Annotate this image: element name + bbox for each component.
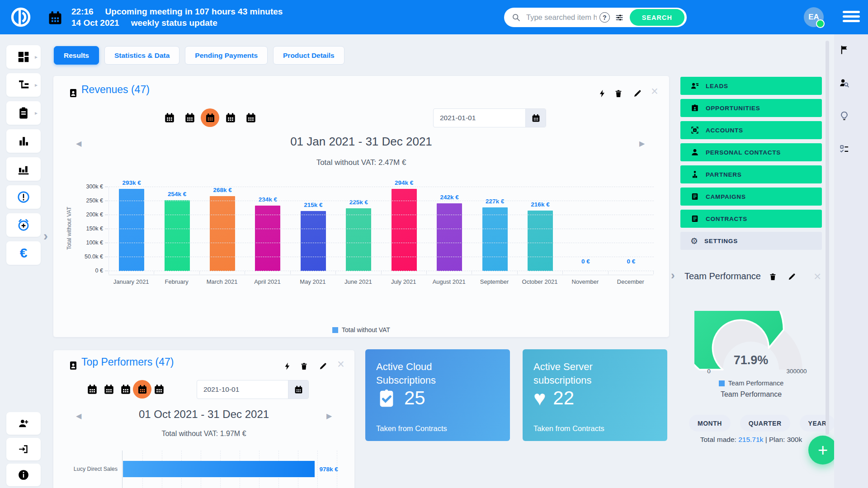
period-button-year[interactable]: YEAR bbox=[800, 415, 835, 432]
x-tick bbox=[562, 271, 563, 274]
hbar-Lucy Direct Sales[interactable] bbox=[123, 461, 315, 477]
period-button-month[interactable]: MONTH bbox=[689, 415, 731, 432]
y-tick-label: 300k € bbox=[65, 183, 103, 190]
date-value[interactable]: 2021-01-01 bbox=[434, 109, 525, 127]
period-button-quarter[interactable]: QUARTER bbox=[740, 415, 790, 432]
checklist-icon[interactable] bbox=[839, 144, 849, 154]
sidebar-item-tree[interactable]: ▸ bbox=[6, 73, 41, 97]
delete-widget-icon[interactable] bbox=[769, 272, 777, 281]
chart-axis bbox=[122, 450, 123, 488]
search-input[interactable] bbox=[525, 13, 598, 22]
close-widget-icon[interactable]: × bbox=[337, 360, 344, 369]
calendar-range-icon-2[interactable] bbox=[119, 383, 132, 395]
close-widget-icon[interactable]: × bbox=[651, 87, 658, 96]
calendar-range-icon-0[interactable] bbox=[163, 112, 175, 124]
bar-May 2021[interactable] bbox=[301, 211, 326, 271]
tab-results[interactable]: Results bbox=[54, 46, 99, 65]
date-value[interactable]: 2021-10-01 bbox=[197, 380, 288, 399]
calendar-range-icon-3[interactable] bbox=[133, 380, 151, 399]
calendar-range-icon-2[interactable] bbox=[201, 108, 219, 127]
x-tick-label: January 2021 bbox=[108, 278, 154, 285]
sidebar-item-exit[interactable] bbox=[6, 438, 41, 460]
filter-sliders-icon[interactable] bbox=[614, 13, 624, 23]
bar-June 2021[interactable] bbox=[346, 208, 371, 272]
menu-item-personal-contacts[interactable]: PERSONAL CONTACTS bbox=[680, 143, 822, 161]
bar-September[interactable] bbox=[482, 207, 508, 271]
menu-item-accounts[interactable]: ACCOUNTS bbox=[680, 121, 822, 139]
calendar-range-icon-3[interactable] bbox=[224, 112, 236, 124]
menu-item-opportunities[interactable]: OPPORTUNITIES bbox=[680, 99, 822, 117]
bar-slot: 234k € bbox=[245, 187, 290, 271]
edit-widget-icon[interactable] bbox=[319, 362, 327, 371]
bar-slot: 294k € bbox=[382, 187, 427, 271]
sidebar-item-info[interactable] bbox=[6, 464, 41, 486]
bar-March 2021[interactable] bbox=[210, 196, 235, 271]
sidebar-item-chart-bars[interactable] bbox=[6, 129, 41, 153]
add-button[interactable]: + bbox=[808, 436, 837, 465]
bar-August 2021[interactable] bbox=[437, 203, 462, 271]
delete-widget-icon[interactable] bbox=[614, 89, 623, 98]
calendar-icon[interactable] bbox=[288, 380, 308, 399]
delete-widget-icon[interactable] bbox=[300, 362, 308, 371]
gauge-percent: 71.9% bbox=[694, 353, 807, 367]
x-tick-label: May 2021 bbox=[290, 278, 335, 285]
quick-action-bolt-icon[interactable] bbox=[283, 362, 292, 371]
tab-product-details[interactable]: Product Details bbox=[273, 46, 344, 65]
bar-January 2021[interactable] bbox=[119, 189, 144, 271]
stat-card-1[interactable]: Active Server subscriptions ♥22 Taken fr… bbox=[523, 349, 667, 441]
menu-item-partners[interactable]: PARTNERS bbox=[680, 165, 822, 183]
legend-label: Total without VAT bbox=[342, 326, 390, 333]
menu-item-label: OPPORTUNITIES bbox=[706, 105, 760, 112]
sidebar-item-euro[interactable]: € bbox=[6, 241, 41, 265]
total-made-value[interactable]: 215.71k bbox=[738, 436, 763, 443]
edit-widget-icon[interactable] bbox=[788, 272, 796, 281]
menu-icon[interactable] bbox=[843, 11, 860, 24]
bar-October 2021[interactable] bbox=[528, 211, 553, 271]
sidebar-item-person-add[interactable] bbox=[6, 412, 41, 435]
sidebar-item-histogram[interactable] bbox=[6, 157, 41, 181]
x-tick bbox=[108, 271, 109, 274]
menu-item-leads[interactable]: LEADS bbox=[680, 77, 822, 95]
euro-icon: € bbox=[20, 245, 28, 261]
x-tick bbox=[653, 271, 654, 274]
help-icon[interactable]: ? bbox=[599, 12, 610, 23]
x-tick-label: February bbox=[154, 278, 199, 285]
calendar-icon[interactable] bbox=[525, 109, 546, 127]
menu-item-label: CAMPAIGNS bbox=[706, 193, 746, 200]
tab-statistics-data[interactable]: Statistics & Data bbox=[104, 46, 179, 65]
calendar-icon[interactable] bbox=[47, 10, 63, 26]
sidebar-item-clipboard[interactable]: ▸ bbox=[6, 101, 41, 125]
sidebar-item-grid[interactable]: ▸ bbox=[6, 45, 41, 69]
edit-widget-icon[interactable] bbox=[633, 89, 642, 98]
menu-item-campaigns[interactable]: CAMPAIGNS bbox=[680, 188, 822, 206]
avatar[interactable]: EA bbox=[804, 7, 824, 27]
bulb-icon[interactable] bbox=[839, 111, 849, 121]
sidebar-item-alarm-plus[interactable] bbox=[6, 213, 41, 237]
calendar-range-icon-4[interactable] bbox=[153, 383, 165, 395]
bar-February[interactable] bbox=[165, 200, 190, 271]
flag-icon[interactable] bbox=[839, 45, 849, 55]
search-button[interactable]: SEARCH bbox=[630, 9, 684, 26]
menu-item-settings[interactable]: ⚙SETTINGS bbox=[680, 232, 822, 250]
menu-item-label: CONTRACTS bbox=[706, 216, 747, 222]
calendar-range-icon-1[interactable] bbox=[184, 112, 196, 124]
menu-item-contracts[interactable]: CONTRACTS bbox=[680, 210, 822, 228]
calendar-range-icon-4[interactable] bbox=[245, 112, 257, 124]
bar-April 2021[interactable] bbox=[255, 206, 280, 271]
quick-action-bolt-icon[interactable] bbox=[598, 89, 607, 98]
team-performance-title: Team Performance bbox=[684, 271, 761, 282]
stat-card-0[interactable]: Active Cloud Subscriptions 25 Taken from… bbox=[365, 349, 510, 441]
tab-pending-payments[interactable]: Pending Payments bbox=[185, 46, 268, 65]
x-tick-label: July 2021 bbox=[381, 278, 426, 285]
person-search-icon[interactable] bbox=[839, 78, 849, 88]
collapse-panel-chevron-icon[interactable]: › bbox=[671, 268, 675, 282]
sidebar-item-alert-circle[interactable] bbox=[6, 185, 41, 209]
scrollbar[interactable] bbox=[826, 41, 829, 435]
bar-July 2021[interactable] bbox=[392, 189, 417, 271]
close-widget-icon[interactable]: × bbox=[814, 269, 821, 284]
calendar-range-icon-0[interactable] bbox=[86, 383, 98, 395]
upcoming-meeting[interactable]: 22:16Upcoming meeting in 107 hours 43 mi… bbox=[71, 6, 283, 28]
calendar-range-icon-1[interactable] bbox=[103, 383, 115, 395]
expand-panel-chevron-icon[interactable]: › bbox=[43, 228, 48, 244]
app-logo-icon[interactable] bbox=[10, 6, 32, 28]
